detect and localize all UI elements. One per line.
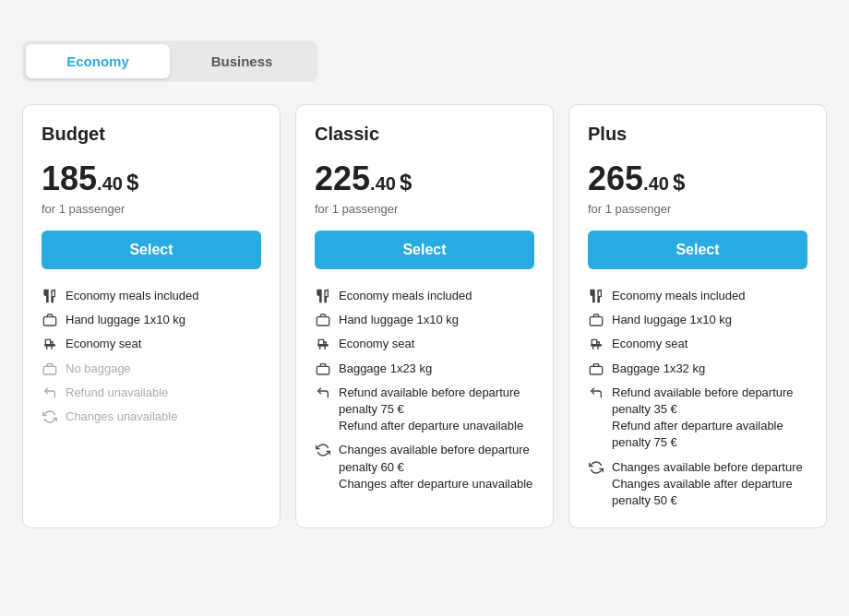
feature-text: Baggage 1x32 kg: [612, 361, 807, 377]
feature-item: Hand luggage 1x10 kg: [315, 312, 534, 328]
feature-icon: [315, 288, 331, 304]
feature-text: Refund available before departure penalt…: [612, 385, 807, 452]
card-title-plus: Plus: [588, 124, 807, 145]
feature-icon: [588, 312, 604, 328]
svg-rect-10: [590, 317, 602, 326]
feature-text: Refund unavailable: [66, 385, 261, 401]
price-currency-budget: $: [126, 170, 138, 195]
svg-rect-5: [317, 317, 329, 326]
select-button-budget[interactable]: Select: [42, 231, 261, 269]
feature-text: No baggage: [66, 361, 261, 377]
feature-item: Changes available before departure penal…: [315, 442, 534, 492]
feature-text: Hand luggage 1x10 kg: [612, 312, 807, 328]
select-button-classic[interactable]: Select: [315, 231, 534, 269]
feature-item: Refund unavailable: [42, 385, 261, 401]
svg-rect-11: [592, 345, 602, 346]
feature-item: Hand luggage 1x10 kg: [588, 312, 807, 328]
svg-rect-6: [318, 345, 329, 346]
feature-item: Baggage 1x23 kg: [315, 361, 534, 377]
feature-item: Changes unavailable: [42, 409, 261, 425]
card-budget: Budget 185.40$ for 1 passenger Select Ec…: [22, 104, 281, 528]
feature-item: Economy meals included: [315, 288, 534, 304]
feature-item: Changes available before departureChange…: [588, 459, 807, 510]
feature-item: Refund available before departure penalt…: [588, 385, 807, 452]
price-main-budget: 185: [42, 160, 97, 198]
feature-text: Economy meals included: [339, 288, 534, 304]
svg-rect-9: [317, 366, 329, 374]
tab-economy[interactable]: Economy: [26, 44, 170, 78]
price-label-plus: for 1 passenger: [588, 202, 807, 216]
features-list-classic: Economy meals included Hand luggage 1x10…: [315, 288, 534, 492]
price-label-classic: for 1 passenger: [315, 202, 534, 216]
feature-icon: [42, 361, 58, 377]
svg-rect-14: [590, 366, 602, 374]
feature-text: Changes available before departure penal…: [339, 442, 534, 492]
select-button-plus[interactable]: Select: [588, 231, 807, 269]
price-label-budget: for 1 passenger: [42, 202, 261, 216]
features-list-plus: Economy meals included Hand luggage 1x10…: [588, 288, 807, 509]
svg-rect-1: [45, 345, 55, 346]
tab-group: Economy Business: [22, 41, 317, 82]
feature-icon: [588, 336, 604, 352]
feature-text: Economy seat: [66, 336, 261, 352]
feature-item: Economy meals included: [42, 288, 261, 304]
card-title-budget: Budget: [42, 124, 261, 145]
feature-icon: [588, 361, 604, 377]
feature-item: Economy meals included: [588, 288, 807, 304]
feature-item: Hand luggage 1x10 kg: [42, 312, 261, 328]
feature-icon: [42, 385, 58, 401]
feature-item: Refund available before departure penalt…: [315, 385, 534, 435]
card-plus: Plus 265.40$ for 1 passenger Select Econ…: [568, 104, 827, 528]
feature-icon: [42, 409, 58, 425]
price-decimal-plus: .40: [643, 174, 669, 193]
feature-text: Changes unavailable: [66, 409, 261, 425]
feature-icon: [588, 459, 604, 476]
feature-item: Economy seat: [315, 336, 534, 352]
price-main-plus: 265: [588, 160, 643, 198]
feature-icon: [42, 288, 58, 304]
feature-text: Baggage 1x23 kg: [339, 361, 534, 377]
feature-icon: [588, 288, 604, 304]
price-decimal-budget: .40: [97, 174, 123, 193]
feature-icon: [42, 336, 58, 352]
svg-rect-4: [43, 366, 55, 374]
price-row-budget: 185.40$: [42, 160, 261, 198]
price-currency-classic: $: [400, 170, 412, 195]
cards-container: Budget 185.40$ for 1 passenger Select Ec…: [22, 104, 827, 528]
feature-text: Economy seat: [339, 336, 534, 352]
feature-icon: [315, 312, 331, 328]
price-row-classic: 225.40$: [315, 160, 534, 198]
feature-icon: [315, 336, 331, 352]
svg-rect-0: [43, 317, 55, 326]
card-classic: Classic 225.40$ for 1 passenger Select E…: [295, 104, 554, 528]
feature-icon: [315, 385, 331, 401]
feature-item: Economy seat: [42, 336, 261, 352]
price-main-classic: 225: [315, 160, 370, 198]
tab-business[interactable]: Business: [170, 44, 314, 78]
feature-text: Hand luggage 1x10 kg: [339, 312, 534, 328]
feature-text: Economy meals included: [612, 288, 807, 304]
price-currency-plus: $: [673, 170, 685, 195]
card-title-classic: Classic: [315, 124, 534, 145]
features-list-budget: Economy meals included Hand luggage 1x10…: [42, 288, 261, 425]
feature-text: Hand luggage 1x10 kg: [66, 312, 261, 328]
feature-icon: [588, 385, 604, 401]
price-decimal-classic: .40: [370, 174, 396, 193]
feature-icon: [315, 442, 331, 458]
feature-text: Economy meals included: [66, 288, 261, 304]
feature-item: Economy seat: [588, 336, 807, 352]
feature-item: No baggage: [42, 361, 261, 377]
feature-text: Refund available before departure penalt…: [339, 385, 534, 435]
feature-text: Changes available before departureChange…: [612, 459, 807, 510]
feature-icon: [42, 312, 58, 328]
feature-item: Baggage 1x32 kg: [588, 361, 807, 377]
feature-icon: [315, 361, 331, 377]
price-row-plus: 265.40$: [588, 160, 807, 198]
feature-text: Economy seat: [612, 336, 807, 352]
